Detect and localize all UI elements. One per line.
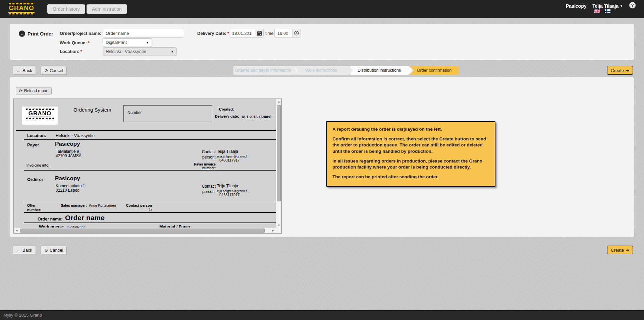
- user-menu[interactable]: Teija Tilaaja▼: [592, 3, 623, 9]
- report-divider: [24, 212, 276, 213]
- form-title: Print Order: [28, 31, 53, 37]
- delivery-date-input[interactable]: [229, 29, 255, 38]
- orderer-name: Pasicopy: [55, 175, 80, 182]
- orderer-address1: Komeetankatu 1: [56, 184, 85, 188]
- sales-manager-label: Sales manager:: [60, 203, 87, 208]
- payer-address1: Talvialantie 9: [56, 149, 79, 154]
- step-order-confirmation[interactable]: Order confirmation: [410, 66, 459, 75]
- uk-flag-icon[interactable]: [594, 9, 600, 13]
- time-input[interactable]: [274, 29, 292, 38]
- report-divider: [24, 222, 276, 223]
- cancel-label: Cancel: [50, 68, 63, 73]
- info-paragraph: The report can be printed after sending …: [332, 174, 489, 180]
- cancel-icon: ⊘: [44, 68, 48, 73]
- scroll-right-icon[interactable]: ►: [270, 228, 276, 234]
- scroll-up-icon[interactable]: ▲: [276, 99, 282, 105]
- vertical-scrollbar[interactable]: ▲ ▼: [276, 99, 281, 228]
- work-queue-value: DigitalPrint: [106, 40, 127, 45]
- back-button-top[interactable]: ← Back: [13, 66, 36, 75]
- invoicing-info-label: Invoicing info:: [26, 164, 49, 167]
- time-label: time: [265, 31, 274, 36]
- report-title: Ordering System: [73, 107, 111, 113]
- orderer-contact-name: Teija Tilaaja: [217, 184, 238, 188]
- report-created-label: Created:: [219, 107, 234, 111]
- payer-contact-email: eija.ahlgren@grano.fi: [217, 154, 247, 158]
- cancel-button-bottom[interactable]: ⊘ Cancel: [41, 246, 67, 254]
- reload-report-button[interactable]: ⟳ Reload report: [16, 87, 52, 94]
- print-order-header: ← Print Order: [19, 30, 53, 37]
- create-button-top[interactable]: Create ➜: [607, 66, 633, 75]
- report-location-value: Helsinki - Vääksyntie: [56, 133, 95, 138]
- horizontal-scroll-thumb[interactable]: [20, 229, 265, 233]
- report-location-label: Location:: [27, 133, 46, 138]
- footer-text: Mylly © 2015 Grano: [3, 313, 42, 318]
- work-queue-select[interactable]: DigitalPrint ▼: [103, 38, 152, 47]
- sales-manager-value: Anne Kortelainen: [89, 203, 116, 207]
- order-history-button[interactable]: Order history: [47, 4, 85, 14]
- screen: GRANO Order history Administration Pasic…: [0, 0, 644, 320]
- orderer-contact-label: Contact person:: [192, 184, 216, 194]
- back-label: Back: [22, 248, 32, 253]
- cancel-button-top[interactable]: ⊘ Cancel: [41, 66, 67, 75]
- report-number-box: Number: [123, 105, 212, 122]
- payer-label: Payer: [27, 142, 39, 147]
- help-icon[interactable]: ?: [629, 2, 636, 8]
- report-divider: [24, 139, 276, 140]
- payer-name: Pasicopy: [55, 141, 80, 147]
- payer-contact-label: Contact person:: [192, 149, 216, 160]
- administration-button[interactable]: Administration: [87, 4, 127, 14]
- report-delivery-label: Delivery date:: [212, 115, 239, 118]
- create-button-bottom[interactable]: Create ➜: [607, 246, 633, 254]
- order-name-label: Order/project name:*: [60, 31, 104, 36]
- orderer-contact-phone: 0468117917: [219, 193, 239, 197]
- calendar-icon[interactable]: [255, 29, 264, 38]
- back-arrow-icon: ←: [16, 248, 21, 253]
- info-paragraph: Confirm all information is correct, then…: [332, 136, 489, 154]
- order-confirmation-panel: ⟳ Reload report GRANO Ordering System Nu…: [10, 77, 634, 237]
- payer-contact-name: Teija Tilaaja: [217, 149, 238, 154]
- report-grano-logo: GRANO: [22, 107, 58, 125]
- info-paragraph: In all issues regarding orders in produc…: [332, 158, 489, 170]
- report-order-name-label: Order name:: [38, 217, 62, 221]
- footer: Mylly © 2015 Grano: [0, 310, 644, 320]
- back-label: Back: [22, 68, 32, 73]
- navbar: GRANO Order history Administration Pasic…: [0, 0, 644, 18]
- language-flags: [594, 9, 610, 13]
- clock-icon[interactable]: [292, 29, 301, 38]
- location-select[interactable]: Helsinki - Vääksyntie ▼: [103, 47, 177, 56]
- chevron-down-icon: ▼: [146, 39, 149, 47]
- payer-address2: 42100 JÄMSÄ: [56, 153, 82, 158]
- orderer-contact-email: eija.ahlgren@grano.fi: [217, 189, 247, 193]
- cancel-label: Cancel: [50, 248, 63, 253]
- create-label: Create: [611, 68, 624, 73]
- report-viewer: GRANO Ordering System Number Created: De…: [13, 99, 282, 234]
- refresh-icon: ⟳: [19, 88, 22, 93]
- orderer-label: Orderer: [27, 177, 43, 182]
- location-label: Location:*: [60, 49, 82, 54]
- orderer-address2: 02210 Espoo: [56, 188, 79, 193]
- location-value: Helsinki - Vääksyntie: [106, 49, 146, 54]
- report-number-label: Number: [127, 110, 212, 115]
- horizontal-scrollbar[interactable]: ◄ ►: [14, 228, 276, 233]
- order-name-input[interactable]: [103, 29, 184, 38]
- back-circle-icon[interactable]: ←: [19, 30, 25, 37]
- scroll-left-icon[interactable]: ◄: [14, 228, 19, 234]
- logo-text: GRANO: [8, 4, 35, 13]
- info-paragraph: A report detailing the order is displaye…: [332, 126, 489, 132]
- grano-logo: GRANO: [8, 3, 35, 14]
- report-divider: [24, 170, 276, 171]
- wizard-steps: Orderer and payer information Work instr…: [233, 66, 459, 75]
- print-order-form: ← Print Order Order/project name:* Work …: [10, 24, 634, 60]
- finland-flag-icon[interactable]: [605, 9, 610, 13]
- back-arrow-icon: ←: [16, 68, 21, 73]
- contact-person1-label: Contact person 1:: [125, 203, 152, 212]
- arrow-right-icon: ➜: [626, 68, 629, 73]
- vertical-scroll-thumb[interactable]: [277, 105, 281, 201]
- back-button-bottom[interactable]: ← Back: [13, 246, 36, 254]
- step-work-instructions[interactable]: Work instructions: [293, 66, 349, 75]
- arrow-right-icon: ➜: [626, 248, 629, 253]
- step-orderer-payer[interactable]: Orderer and payer information: [233, 66, 292, 75]
- scrollbar-corner: [276, 228, 281, 233]
- step-distribution-instructions[interactable]: Distribution instructions: [350, 66, 409, 75]
- reload-label: Reload report: [24, 88, 49, 93]
